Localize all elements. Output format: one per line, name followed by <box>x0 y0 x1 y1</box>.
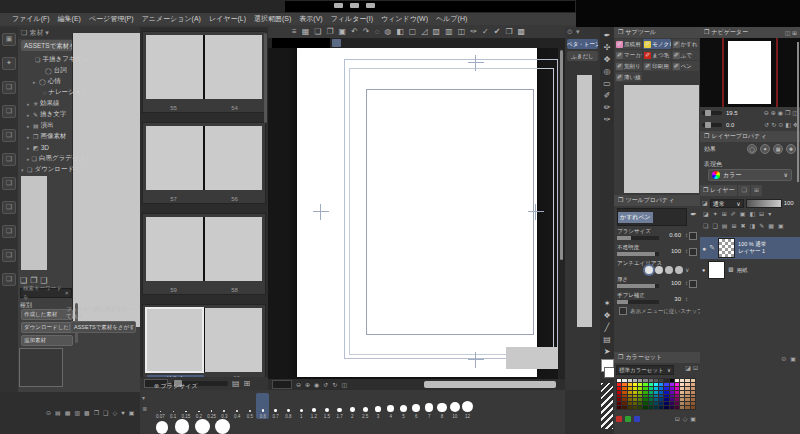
material-tree-item[interactable]: ▸❏白黒グラデセット <box>18 153 88 164</box>
palette-swatch[interactable] <box>675 406 679 409</box>
palette-swatch[interactable] <box>654 398 658 401</box>
brush-tool-icon[interactable]: ✑ <box>604 115 611 127</box>
material-tree-item[interactable]: ▸▤演出 <box>18 120 88 131</box>
snap-ruler-icon[interactable]: ◿ <box>421 27 427 36</box>
folder-icon-8[interactable]: ❏ <box>2 249 16 262</box>
brush-size-preset[interactable]: 0.4 <box>231 393 244 419</box>
aa-dropdown-icon[interactable]: ∨ <box>685 267 689 273</box>
opacity-value[interactable]: 100 <box>671 248 681 254</box>
favorite-folder-icon[interactable]: ✦ <box>2 57 16 70</box>
brush-size-preset[interactable]: 8 <box>436 393 449 419</box>
dynamics-toggle[interactable] <box>689 232 697 240</box>
thumbnail-view-icon[interactable]: ⊞ <box>244 380 251 388</box>
quick-access-button[interactable]: ベタ・トーン <box>567 39 598 49</box>
transparent-color-zigzag[interactable] <box>601 383 613 429</box>
palette-swatch[interactable] <box>691 398 695 401</box>
menu-icon[interactable]: ≡ <box>292 27 297 36</box>
zoom-percent-value[interactable]: 19.5 <box>726 110 738 116</box>
expander-icon[interactable]: ▸ <box>27 101 31 107</box>
palette-swatch[interactable] <box>617 383 621 386</box>
sub-tool-item[interactable]: ✐ ふで <box>672 50 699 60</box>
mask-enable-icon[interactable]: ⊟ <box>759 211 764 217</box>
draft-icon[interactable]: ✐ <box>731 211 736 217</box>
palette-swatch[interactable] <box>638 395 642 398</box>
layer-extra-tab[interactable]: ⊞ <box>751 185 762 196</box>
page-manager-scrollbar[interactable] <box>264 33 267 123</box>
redo-icon[interactable]: ↷ <box>363 27 370 36</box>
page-right[interactable] <box>205 308 262 372</box>
palette-swatch[interactable] <box>633 395 637 398</box>
palette-swatch[interactable] <box>617 395 621 398</box>
object-tool-icon[interactable]: ➤ <box>604 347 611 359</box>
folder-icon-9[interactable]: ❏ <box>2 273 16 286</box>
palette-swatch[interactable] <box>643 383 647 386</box>
palette-swatch[interactable] <box>670 383 674 386</box>
palette-swatch[interactable] <box>654 383 658 386</box>
edit-colorset-icon[interactable]: ◪ <box>685 365 691 371</box>
palette-swatch[interactable] <box>622 383 626 386</box>
layer-settings-icon[interactable]: ⊙ <box>781 356 786 362</box>
palette-swatch[interactable] <box>649 387 653 390</box>
palette-swatch[interactable] <box>680 387 684 390</box>
palette-swatch[interactable] <box>680 395 684 398</box>
border-effect-icon[interactable]: ◯ <box>747 144 757 154</box>
brush-panel-menu-icon[interactable]: ▾ <box>142 394 147 401</box>
canvas-page[interactable] <box>297 48 537 377</box>
palette-swatch[interactable] <box>675 398 679 401</box>
zoom-out-icon[interactable]: ⊖ <box>764 110 769 116</box>
new-folder-icon[interactable]: ▤ <box>722 223 728 229</box>
palette-swatch[interactable] <box>633 402 637 405</box>
palette-swatch[interactable] <box>654 402 658 405</box>
layer-color-effect-icon[interactable]: ▦ <box>773 144 783 154</box>
brush-size-preset[interactable]: 12 <box>461 393 474 419</box>
layer-tab[interactable]: ❒ レイヤー <box>700 185 737 196</box>
palette-swatch[interactable] <box>664 383 668 386</box>
palette-swatch[interactable] <box>659 379 663 382</box>
clear-search-icon[interactable]: ✕ <box>64 289 69 298</box>
palette-swatch[interactable] <box>643 391 647 394</box>
palette-swatch[interactable] <box>643 406 647 409</box>
palette-swatch[interactable] <box>622 402 626 405</box>
palette-swatch[interactable] <box>685 391 689 394</box>
palette-swatch[interactable] <box>685 398 689 401</box>
palette-swatch[interactable] <box>664 379 668 382</box>
mask-icon[interactable]: ◨ <box>750 223 756 229</box>
layer-trash-icon[interactable]: ▣ <box>790 356 796 362</box>
palette-swatch[interactable] <box>659 406 663 409</box>
brush-size-preset[interactable]: 25 <box>194 419 210 434</box>
palette-swatch[interactable] <box>691 406 695 409</box>
palette-swatch[interactable] <box>675 395 679 398</box>
menu-item[interactable]: レイヤー(L) <box>209 14 246 24</box>
zoom-slider[interactable] <box>702 111 722 115</box>
material-search-input[interactable]: 検索キーワードを ✕ <box>20 288 72 298</box>
expression-color-dropdown[interactable]: カラー ∨ <box>708 169 792 181</box>
palette-swatch[interactable] <box>628 402 632 405</box>
palette-swatch[interactable] <box>628 383 632 386</box>
palette-swatch[interactable] <box>633 391 637 394</box>
palette-swatch[interactable] <box>664 395 668 398</box>
tile-view-icon[interactable]: ▩ <box>84 410 90 416</box>
sub-tool-list-area[interactable] <box>624 85 699 193</box>
brush-size-preset[interactable]: 0.5 <box>244 393 257 419</box>
divide-icon[interactable]: ▦ <box>768 223 774 229</box>
saved-color-chip[interactable] <box>625 416 631 422</box>
palette-swatch[interactable] <box>670 398 674 401</box>
material-settings-icon[interactable]: ⊙ <box>46 410 51 416</box>
brush-size-preset[interactable]: 0.07 <box>154 393 167 419</box>
material-tree-item[interactable]: ◌ナレーション <box>18 87 88 98</box>
palette-swatch[interactable] <box>633 387 637 390</box>
undo-icon[interactable]: ↶ <box>351 27 358 36</box>
palette-swatch[interactable] <box>643 395 647 398</box>
palette-swatch[interactable] <box>628 387 632 390</box>
palette-swatch[interactable] <box>643 402 647 405</box>
palette-swatch[interactable] <box>680 391 684 394</box>
palette-swatch[interactable] <box>649 398 653 401</box>
zoom-tool-icon[interactable]: ◎ <box>604 67 611 79</box>
sub-tool-item[interactable]: ✐ ペン <box>672 61 699 71</box>
expander-icon[interactable]: ▸ <box>33 79 37 85</box>
favorite-material-icon[interactable]: ♥ <box>121 410 125 416</box>
palette-swatch[interactable] <box>675 379 679 382</box>
color-set-preset-dropdown[interactable]: 標準カラーセット ∨ <box>616 365 674 375</box>
zoom-value-field[interactable] <box>272 380 292 389</box>
frame-border-icon[interactable]: ❒ <box>505 27 512 36</box>
